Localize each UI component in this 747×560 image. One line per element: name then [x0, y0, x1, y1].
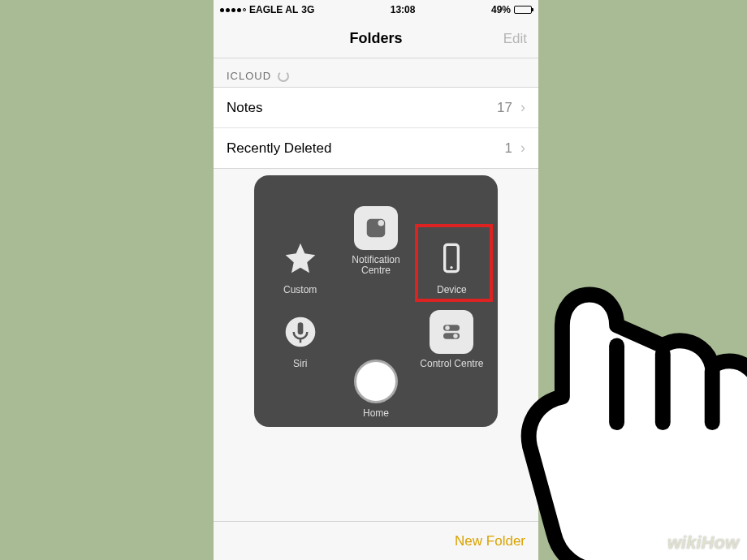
star-icon [279, 236, 322, 280]
at-label: Home [363, 408, 389, 419]
svg-point-8 [446, 325, 451, 330]
notification-icon [354, 206, 398, 250]
section-header-icloud: ICLOUD [214, 58, 538, 87]
at-label: Notification Centre [338, 255, 413, 276]
edit-button[interactable]: Edit [503, 31, 527, 47]
nav-bar: Folders Edit [214, 19, 538, 58]
status-left: EAGLE AL 3G [220, 4, 314, 15]
battery-pct: 49% [491, 4, 511, 15]
device-icon [430, 236, 473, 280]
at-device[interactable]: Device [414, 236, 490, 295]
icloud-label: ICLOUD [227, 70, 271, 82]
svg-point-10 [454, 334, 459, 338]
row-label: Notes [227, 100, 262, 116]
row-count: 17 [497, 100, 512, 116]
at-label: Device [437, 285, 467, 295]
home-button-icon [354, 360, 398, 403]
assistive-touch-panel: Custom Notification Centre Device [254, 175, 498, 427]
chevron-right-icon: › [520, 140, 525, 157]
at-label: Custom [283, 285, 317, 295]
at-label: Control Centre [420, 359, 483, 369]
clock: 13:08 [391, 4, 416, 15]
svg-rect-5 [297, 322, 303, 334]
folders-list: Notes 17 › Recently Deleted 1 › [214, 87, 538, 169]
svg-point-1 [378, 220, 384, 226]
chevron-right-icon: › [520, 99, 525, 116]
row-count: 1 [505, 140, 512, 157]
page-title: Folders [349, 30, 402, 47]
status-right: 49% [491, 4, 532, 15]
at-siri[interactable]: Siri [262, 310, 338, 369]
carrier-label: EAGLE AL [249, 4, 298, 15]
at-label: Siri [293, 359, 307, 369]
network-label: 3G [301, 4, 314, 15]
at-control-centre[interactable]: Control Centre [414, 310, 490, 369]
at-notification-centre[interactable]: Notification Centre [338, 187, 413, 295]
new-folder-button[interactable]: New Folder [455, 533, 525, 549]
content-area: Custom Notification Centre Device [214, 169, 538, 521]
status-bar: EAGLE AL 3G 13:08 49% [214, 0, 538, 19]
loading-spinner-icon [278, 71, 289, 82]
control-centre-icon [430, 310, 473, 354]
row-label: Recently Deleted [227, 140, 331, 157]
at-home[interactable]: Home [338, 360, 413, 419]
bottom-toolbar: New Folder [214, 521, 538, 560]
signal-dots-icon [220, 8, 246, 12]
at-custom[interactable]: Custom [262, 236, 338, 295]
row-notes[interactable]: Notes 17 › [214, 88, 538, 127]
mic-icon [279, 310, 322, 354]
battery-icon [514, 6, 532, 14]
row-recently-deleted[interactable]: Recently Deleted 1 › [214, 127, 538, 168]
svg-point-3 [451, 266, 453, 269]
watermark: wikiHow [667, 532, 739, 554]
phone-screen: EAGLE AL 3G 13:08 49% Folders Edit ICLOU… [214, 0, 538, 560]
